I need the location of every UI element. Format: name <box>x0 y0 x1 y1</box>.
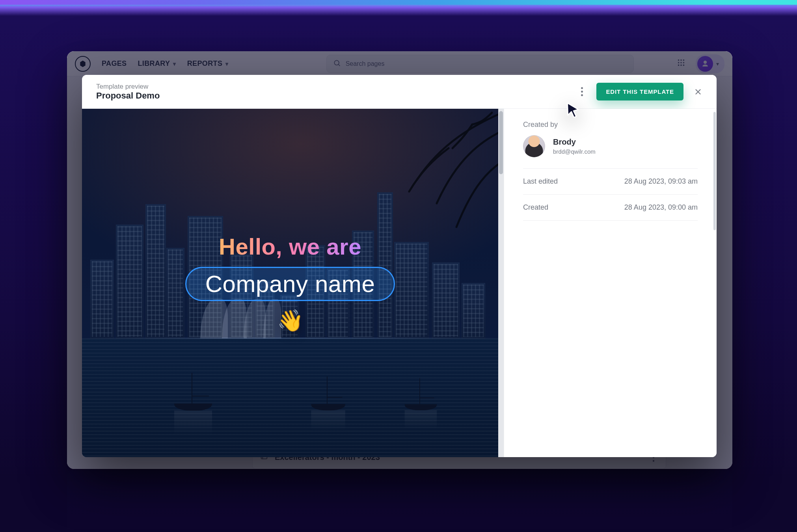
modal-title: Proposal Demo <box>96 91 160 101</box>
scrollbar-thumb[interactable] <box>499 111 503 174</box>
svg-point-6 <box>683 62 685 63</box>
hero-content: Hello, we are Company name 👋 <box>82 109 498 457</box>
svg-point-4 <box>678 62 680 63</box>
meta-value: 28 Aug 2023, 09:00 am <box>624 203 698 212</box>
svg-point-9 <box>683 64 685 66</box>
svg-point-2 <box>680 59 682 61</box>
chevron-down-icon: ▾ <box>173 61 176 67</box>
svg-point-1 <box>678 59 680 61</box>
modal-header: Template preview Proposal Demo EDIT THIS… <box>82 75 717 109</box>
search-icon <box>333 59 341 69</box>
meta-label: Created <box>523 203 548 212</box>
template-metadata-sidebar: Created by Brody brdd@qwilr.com Last edi… <box>504 109 717 457</box>
nav-pages[interactable]: PAGES <box>102 60 127 68</box>
svg-point-7 <box>678 64 680 66</box>
creator-email: brdd@qwilr.com <box>553 148 596 155</box>
nav-library[interactable]: LIBRARY▾ <box>138 60 176 68</box>
svg-point-5 <box>680 62 682 63</box>
chevron-down-icon: ▾ <box>716 61 719 67</box>
breadcrumb: Template preview <box>96 83 160 91</box>
creator-row: Brody brdd@qwilr.com <box>523 135 698 169</box>
top-nav: PAGES LIBRARY▾ REPORTS▾ Search pages ▾ <box>67 51 732 76</box>
close-icon <box>694 87 702 96</box>
created-by-label: Created by <box>523 121 698 129</box>
hero-heading: Hello, we are <box>219 233 361 260</box>
apps-icon[interactable] <box>677 58 685 69</box>
brand-logo-icon[interactable] <box>75 56 91 72</box>
kebab-icon <box>581 91 583 93</box>
search-input[interactable]: Search pages <box>326 55 634 73</box>
svg-point-0 <box>334 60 339 65</box>
preview-scrollbar[interactable] <box>498 109 504 457</box>
sidebar-scrollbar[interactable] <box>713 109 717 457</box>
last-edited-row: Last edited 28 Aug 2023, 09:03 am <box>523 169 698 195</box>
created-row: Created 28 Aug 2023, 09:00 am <box>523 195 698 221</box>
company-name-token[interactable]: Company name <box>185 267 395 301</box>
modal-options-button[interactable] <box>574 84 589 99</box>
template-preview-canvas[interactable]: Hello, we are Company name 👋 <box>82 109 504 457</box>
meta-label: Last edited <box>523 177 558 186</box>
meta-value: 28 Aug 2023, 09:03 am <box>624 177 698 186</box>
search-placeholder: Search pages <box>346 60 385 67</box>
avatar <box>697 56 713 72</box>
account-menu[interactable]: ▾ <box>696 54 724 73</box>
creator-name: Brody <box>553 138 596 147</box>
nav-reports[interactable]: REPORTS▾ <box>187 60 229 68</box>
wave-emoji-icon: 👋 <box>277 308 304 333</box>
svg-point-3 <box>683 59 685 61</box>
template-preview-modal: Template preview Proposal Demo EDIT THIS… <box>82 75 717 457</box>
chevron-down-icon: ▾ <box>225 61 228 67</box>
avatar <box>523 135 545 157</box>
svg-point-8 <box>680 64 682 66</box>
close-button[interactable] <box>691 84 706 99</box>
edit-template-button[interactable]: EDIT THIS TEMPLATE <box>596 83 683 100</box>
